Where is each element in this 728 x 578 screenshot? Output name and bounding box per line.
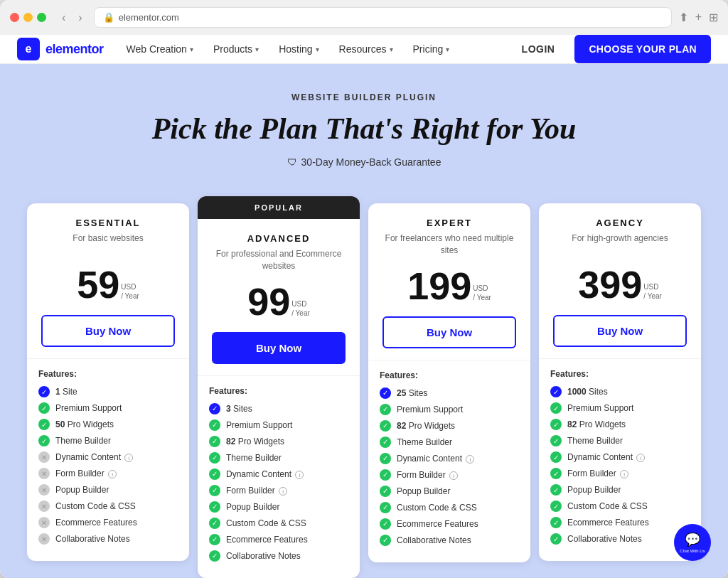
feature-custom-code: ✓ Custom Code & CSS [550, 501, 690, 512]
nav-item-hosting[interactable]: Hosting ▾ [270, 38, 327, 60]
feature-text: Custom Code & CSS [55, 501, 136, 511]
feature-collab: ✕ Collaborative Notes [38, 533, 178, 545]
feature-text: 25 Sites [397, 388, 427, 398]
info-icon: i [295, 471, 304, 479]
plan-features-agency: Features: ✓ 1000 Sites ✓ Premium Support… [539, 358, 701, 561]
feature-text: 50 Pro Widgets [55, 419, 114, 429]
feature-collab: ✓ Collaborative Notes [209, 550, 348, 562]
buy-button-essential[interactable]: Buy Now [41, 315, 175, 347]
check-green-icon: ✓ [550, 419, 562, 430]
feature-ecommerce: ✕ Ecommerce Features [38, 517, 178, 528]
new-tab-icon[interactable]: + [695, 11, 702, 24]
info-icon: i [620, 470, 628, 478]
plan-desc-agency: For high-growth agencies [553, 232, 687, 255]
logo-text: elementor [46, 42, 104, 57]
plan-features-essential: Features: ✓ 1 Site ✓ Premium Support ✓ [27, 358, 189, 561]
chat-widget[interactable]: 💬 Chat With Us [674, 524, 711, 561]
buy-button-agency[interactable]: Buy Now [553, 315, 687, 347]
dot-green[interactable] [37, 13, 46, 22]
nav-item-products[interactable]: Products ▾ [205, 38, 267, 60]
nav-item-web-creation[interactable]: Web Creation ▾ [118, 38, 202, 60]
feature-dynamic: ✕ Dynamic Content i [38, 451, 178, 463]
popular-badge: POPULAR [198, 196, 360, 219]
feature-text: Form Builder i [226, 486, 287, 496]
nav-right: LOGIN CHOOSE YOUR PLAN [513, 35, 711, 63]
check-blue-icon: ✓ [38, 386, 50, 397]
feature-text: Ecommerce Features [567, 518, 649, 528]
share-icon[interactable]: ⬆ [679, 11, 688, 24]
browser-nav: ‹ › [58, 10, 87, 26]
plan-name-agency: AGENCY [553, 218, 687, 228]
check-green-icon: ✓ [550, 484, 562, 496]
feature-theme: ✓ Theme Builder [38, 435, 178, 446]
plan-top-advanced: ADVANCED For professional and Ecommerce … [198, 219, 360, 375]
check-blue-icon: ✓ [209, 403, 220, 414]
guarantee-text: 30-Day Money-Back Guarantee [301, 156, 441, 168]
feature-support: ✓ Premium Support [38, 402, 178, 414]
feature-text: Premium Support [55, 403, 122, 413]
feature-text: Form Builder i [567, 469, 628, 479]
check-green-icon: ✓ [380, 437, 391, 448]
plan-top-expert: EXPERT For freelancers who need multiple… [368, 203, 530, 360]
feature-text: Theme Builder [226, 453, 282, 463]
nav-item-resources[interactable]: Resources ▾ [331, 38, 402, 60]
x-gray-icon: ✕ [38, 517, 50, 528]
login-button[interactable]: LOGIN [513, 38, 564, 60]
feature-sites: ✓ 1000 Sites [550, 386, 690, 397]
feature-text: Popup Builder [567, 485, 621, 495]
chat-label: Chat With Us [680, 549, 705, 553]
feature-sites: ✓ 1 Site [38, 386, 178, 397]
feature-dynamic: ✓ Dynamic Content i [209, 469, 348, 480]
feature-theme: ✓ Theme Builder [550, 435, 690, 446]
check-green-icon: ✓ [550, 435, 562, 446]
check-green-icon: ✓ [38, 435, 50, 446]
buy-button-expert[interactable]: Buy Now [382, 316, 516, 348]
check-green-icon: ✓ [380, 502, 391, 513]
plan-desc-expert: For freelancers who need multiple sites [382, 232, 516, 257]
feature-text: 82 Pro Widgets [226, 437, 284, 446]
check-green-icon: ✓ [380, 486, 391, 497]
feature-text: Form Builder i [55, 469, 117, 479]
check-green-icon: ✓ [550, 451, 562, 463]
dot-yellow[interactable] [23, 13, 33, 22]
feature-ecommerce: ✓ Ecommerce Features [209, 534, 348, 545]
nav-label-pricing: Pricing [413, 43, 444, 55]
browser-actions: ⬆ + ⊞ [679, 11, 718, 24]
tabs-icon[interactable]: ⊞ [709, 11, 718, 24]
plan-card-advanced: POPULAR ADVANCED For professional and Ec… [198, 196, 360, 578]
chevron-down-icon: ▾ [446, 46, 449, 53]
logo[interactable]: e elementor [17, 38, 104, 60]
feature-text: Dynamic Content i [55, 452, 133, 463]
page: e elementor Web Creation ▾ Products ▾ Ho… [0, 35, 728, 578]
buy-button-advanced[interactable]: Buy Now [212, 332, 346, 364]
feature-dynamic: ✓ Dynamic Content i [380, 453, 519, 464]
back-button[interactable]: ‹ [58, 10, 70, 26]
check-green-icon: ✓ [38, 419, 50, 430]
features-label-essential: Features: [38, 369, 178, 379]
feature-widgets: ✓ 82 Pro Widgets [380, 420, 519, 432]
feature-ecommerce: ✓ Ecommerce Features [380, 518, 519, 530]
forward-button[interactable]: › [74, 10, 86, 26]
plan-card-expert: EXPERT For freelancers who need multiple… [368, 203, 530, 562]
plan-desc-essential: For basic websites [41, 232, 175, 255]
feature-text: Theme Builder [567, 436, 623, 446]
chevron-down-icon: ▾ [316, 46, 319, 53]
feature-text: 1000 Sites [567, 387, 608, 397]
nav-item-pricing[interactable]: Pricing ▾ [405, 38, 459, 60]
feature-text: 3 Sites [226, 404, 252, 414]
feature-custom-code: ✕ Custom Code & CSS [38, 501, 178, 512]
x-gray-icon: ✕ [38, 501, 50, 512]
dot-red[interactable] [10, 13, 19, 22]
check-green-icon: ✓ [550, 402, 562, 414]
address-bar[interactable]: 🔒 elementor.com [94, 7, 672, 28]
check-green-icon: ✓ [209, 436, 220, 447]
price-meta-expert: USD / Year [473, 284, 491, 305]
feature-theme: ✓ Theme Builder [380, 437, 519, 448]
feature-form: ✓ Form Builder i [209, 485, 348, 496]
check-green-icon: ✓ [209, 419, 220, 431]
plan-features-expert: Features: ✓ 25 Sites ✓ Premium Support ✓ [368, 360, 530, 562]
check-green-icon: ✓ [380, 518, 391, 530]
choose-plan-button[interactable]: CHOOSE YOUR PLAN [574, 35, 711, 63]
info-icon: i [279, 487, 287, 496]
feature-collab: ✓ Collaborative Notes [380, 535, 519, 546]
